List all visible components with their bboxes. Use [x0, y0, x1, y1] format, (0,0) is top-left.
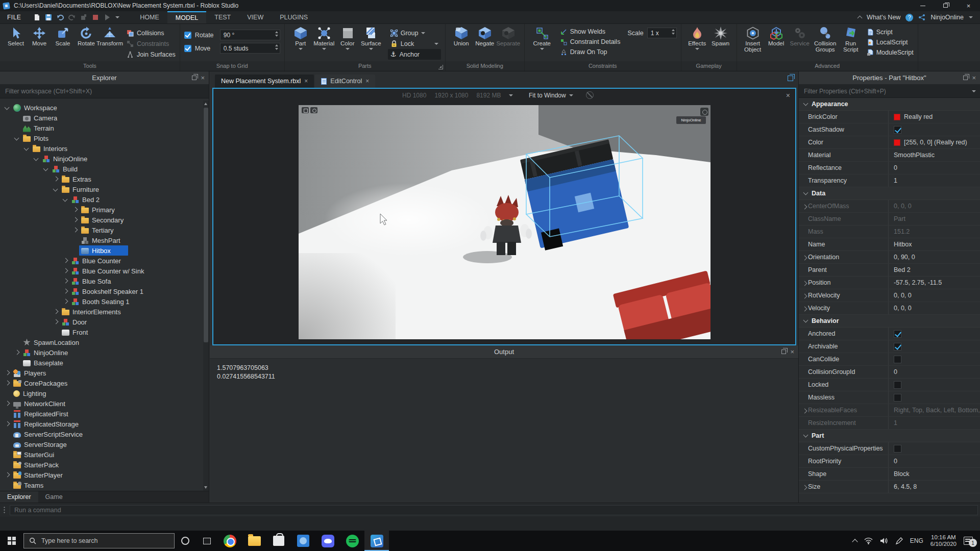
explorer-item-blue-counter[interactable]: Blue Counter [0, 256, 203, 266]
chevron-right-icon[interactable] [71, 216, 79, 224]
explorer-item-spawnlocation[interactable]: SpawnLocation [0, 337, 203, 347]
snap-rotate-input[interactable]: 90 ° [220, 30, 280, 40]
chevron-down-icon[interactable] [3, 104, 11, 112]
explorer-item-primary[interactable]: Primary [0, 205, 203, 215]
chevron-right-icon[interactable] [61, 287, 69, 295]
plugin-tool-icon[interactable] [80, 14, 87, 21]
explorer-item-players[interactable]: Players [0, 368, 203, 378]
chevron-down-icon[interactable] [52, 185, 60, 193]
explorer-item-replicatedfirst[interactable]: ReplicatedFirst [0, 409, 203, 419]
volume-icon[interactable] [880, 537, 888, 544]
explorer-item-blue-sofa[interactable]: Blue Sofa [0, 276, 203, 286]
chevron-down-icon[interactable] [22, 144, 31, 153]
chevron-right-icon[interactable] [61, 267, 69, 275]
draw-on-top-toggle[interactable]: Draw On Top [560, 47, 621, 57]
color-swatch[interactable] [894, 114, 900, 120]
property-value[interactable] [889, 126, 980, 134]
chevron-down-icon[interactable] [61, 195, 69, 204]
tab-home[interactable]: HOME [132, 11, 167, 23]
chevron-right-icon[interactable] [799, 279, 808, 287]
property-value[interactable] [889, 445, 980, 453]
anchor-button[interactable]: ⚓ Anchor [388, 49, 441, 60]
property-value[interactable] [889, 394, 980, 402]
screenshot-icon[interactable] [302, 107, 309, 113]
scroll-down-icon[interactable] [204, 486, 207, 489]
chevron-down-icon[interactable] [42, 165, 50, 173]
explorer-item-starterpack[interactable]: StarterPack [0, 460, 203, 470]
taskbar-app-roblox-studio[interactable] [364, 531, 389, 551]
fit-to-window-dropdown[interactable]: Fit to Window [529, 92, 573, 99]
chevron-right-icon[interactable] [13, 348, 21, 357]
close-panel-icon[interactable]: × [790, 348, 794, 355]
explorer-item-corepackages[interactable]: CorePackages [0, 378, 203, 388]
redo-icon[interactable] [68, 14, 76, 21]
filter-caret-icon[interactable] [972, 90, 976, 92]
chevron-down-icon[interactable] [13, 134, 21, 142]
explorer-item-baseplate[interactable]: Baseplate [0, 358, 203, 368]
no-camera-icon[interactable] [586, 91, 594, 99]
play-icon[interactable] [104, 14, 111, 21]
property-checkbox[interactable] [894, 445, 901, 453]
language-indicator[interactable]: ENG [910, 537, 923, 544]
help-icon[interactable]: ? [905, 14, 913, 21]
explorer-item-extras[interactable]: Extras [0, 174, 203, 184]
property-checkbox[interactable] [894, 126, 901, 134]
tab-test[interactable]: TEST [206, 11, 239, 23]
insert-script-button[interactable]: Script [867, 27, 914, 37]
explorer-item-interiors[interactable]: Interiors [0, 143, 203, 154]
explorer-item-camera[interactable]: Camera [0, 113, 203, 123]
minimize-button[interactable] [911, 0, 934, 11]
color-swatch[interactable] [894, 139, 900, 146]
cortana-button[interactable] [175, 531, 196, 551]
chevron-right-icon[interactable] [3, 471, 11, 479]
doc-tab-editcontrol[interactable]: EditControl × [315, 74, 375, 88]
negate-button[interactable]: Negate [473, 26, 497, 46]
collapse-ribbon-icon[interactable] [857, 16, 863, 21]
stepper-down-icon[interactable] [275, 35, 278, 37]
effects-caret-icon[interactable] [695, 48, 699, 50]
tray-expand-icon[interactable] [852, 539, 857, 544]
group-caret-icon[interactable] [421, 32, 425, 34]
game-bottom-tab[interactable]: Game [38, 491, 70, 503]
explorer-item-secondary[interactable]: Secondary [0, 215, 203, 225]
join-surfaces-toggle[interactable]: Join Surfaces [127, 49, 176, 60]
stop-icon[interactable] [92, 14, 99, 21]
explorer-item-ninjoonline[interactable]: NinjoOnline [0, 154, 203, 164]
taskbar-search[interactable] [23, 533, 175, 548]
explorer-item-plots[interactable]: Plots [0, 133, 203, 143]
property-checkbox[interactable] [894, 394, 901, 402]
property-value[interactable] [889, 343, 980, 350]
chevron-right-icon[interactable] [799, 203, 808, 210]
explorer-item-front[interactable]: Front [0, 327, 203, 337]
explorer-item-workspace[interactable]: Workspace [0, 103, 203, 113]
explorer-item-ninjoonline[interactable]: NinjoOnline [0, 347, 203, 358]
stepper-down-icon[interactable] [672, 33, 675, 35]
properties-filter-input[interactable] [799, 85, 972, 97]
stepper-down-icon[interactable] [275, 48, 278, 50]
chevron-right-icon[interactable] [799, 305, 808, 312]
material-button[interactable]: Material [312, 26, 336, 50]
property-section-behavior[interactable]: Behavior [799, 315, 980, 328]
explorer-item-lighting[interactable]: Lighting [0, 388, 203, 398]
scale-tool-button[interactable]: Scale [51, 26, 75, 46]
chevron-right-icon[interactable] [52, 308, 60, 316]
explorer-item-networkclient[interactable]: NetworkClient [0, 398, 203, 409]
emulation-caret-icon[interactable] [509, 94, 513, 96]
property-section-appearance[interactable]: Appearance [799, 98, 980, 111]
stepper-up-icon[interactable] [275, 31, 278, 33]
whats-new-link[interactable]: What's New [867, 14, 900, 21]
file-menu-button[interactable]: FILE [0, 11, 28, 23]
float-panel-icon[interactable] [781, 349, 786, 354]
property-value[interactable]: 0, 90, 0 [889, 254, 980, 261]
property-value[interactable]: 0 [889, 164, 980, 171]
move-tool-button[interactable]: Move [28, 26, 51, 46]
chevron-right-icon[interactable] [61, 257, 69, 265]
property-checkbox[interactable] [894, 343, 901, 350]
separate-button[interactable]: Separate [497, 26, 520, 46]
chevron-right-icon[interactable] [52, 175, 60, 183]
insert-localscript-button[interactable]: LocalScript [867, 37, 914, 47]
chevron-right-icon[interactable] [61, 277, 69, 285]
taskbar-app-discord[interactable] [315, 531, 340, 551]
property-section-part[interactable]: Part [799, 430, 980, 442]
wifi-icon[interactable] [864, 537, 873, 544]
